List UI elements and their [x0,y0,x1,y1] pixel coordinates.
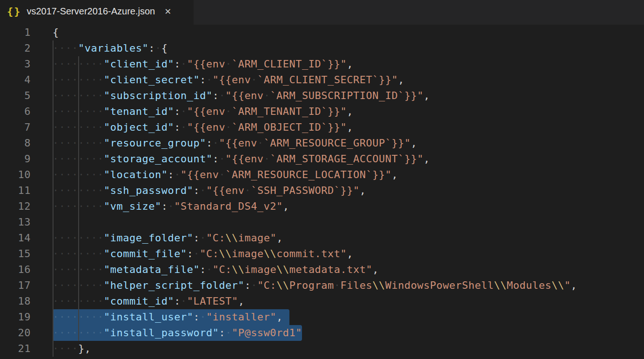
code-text: ········"commit_id":·"LATEST", [53,293,244,309]
line-number: 3 [0,56,31,72]
code-line[interactable]: 17········"helper_script_folder":·"C:\\P… [0,278,644,293]
line-number: 9 [0,151,31,167]
code-line[interactable]: 16········"metadata_file":·"C:\\image\\m… [0,262,644,278]
line-number: 14 [0,230,31,246]
line-number: 15 [0,246,31,262]
code-text: ········"storage_account":·"{{env·`ARM_S… [53,151,430,167]
tab-bar: {} vs2017-Server2016-Azure.json ✕ [0,0,644,25]
line-number: 5 [0,88,31,104]
line-number: 16 [0,262,31,278]
code-line[interactable]: 1{ [0,25,644,40]
line-number: 10 [0,167,31,183]
tab-close-icon[interactable]: ✕ [164,7,171,16]
code-line[interactable]: 7········"object_id":·"{{env·`ARM_OBJECT… [0,120,644,135]
code-line[interactable]: 3········"client_id":·"{{env·`ARM_CLIENT… [0,56,644,72]
line-number: 2 [0,40,31,56]
line-number: 11 [0,183,31,199]
code-text: ········"resource_group":·"{{env·`ARM_RE… [53,135,417,151]
line-number: 20 [0,325,31,341]
code-line[interactable]: 2····"variables":·{ [0,40,644,56]
vscode-window: {} vs2017-Server2016-Azure.json ✕ 1{2···… [0,0,644,359]
line-number: 4 [0,72,31,88]
code-line[interactable]: 21····}, [0,341,644,357]
code-text: ········"object_id":·"{{env·`ARM_OBJECT_… [53,120,353,135]
code-text: ········"image_folder":·"C:\\image", [53,230,283,246]
json-file-icon: {} [7,6,21,17]
code-text: ········"subscription_id":·"{{env·`ARM_S… [53,88,430,104]
code-editor[interactable]: 1{2····"variables":·{3········"client_id… [0,25,644,359]
line-number: 6 [0,104,31,120]
code-line[interactable]: 5········"subscription_id":·"{{env·`ARM_… [0,88,644,104]
code-line[interactable]: 10········"location":·"{{env·`ARM_RESOUR… [0,167,644,183]
code-line[interactable]: 15········"commit_file":·"C:\\image\\com… [0,246,644,262]
code-line[interactable]: 4········"client_secret":·"{{env·`ARM_CL… [0,72,644,88]
line-number: 12 [0,199,31,214]
line-number: 17 [0,278,31,293]
code-line[interactable]: 20········"install_password":·"P@ssw0rd1… [0,325,644,341]
code-line[interactable]: 14········"image_folder":·"C:\\image", [0,230,644,246]
tab-vs2017-server2016-azure[interactable]: {} vs2017-Server2016-Azure.json ✕ [0,0,194,25]
line-number: 8 [0,135,31,151]
line-number: 1 [0,25,31,40]
code-line[interactable]: 19········"install_user":·"installer", [0,309,644,325]
code-text: ········"tenant_id":·"{{env·`ARM_TENANT_… [53,104,353,120]
code-line[interactable]: 12········"vm_size":·"Standard_DS4_v2", [0,199,644,214]
code-line[interactable]: 18········"commit_id":·"LATEST", [0,293,644,309]
code-text: ········"install_user":·"installer", [53,309,283,325]
code-text: ········"metadata_file":·"C:\\image\\met… [53,262,379,278]
code-text: ········"vm_size":·"Standard_DS4_v2", [53,199,289,214]
code-line[interactable]: 13 [0,214,644,230]
tab-title: vs2017-Server2016-Azure.json [27,6,155,17]
code-line[interactable]: 8········"resource_group":·"{{env·`ARM_R… [0,135,644,151]
code-text: ········"client_secret":·"{{env·`ARM_CLI… [53,72,404,88]
line-number: 7 [0,120,31,135]
code-line[interactable]: 11········"ssh_password":·"{{env·`SSH_PA… [0,183,644,199]
code-text: ····}, [53,341,91,357]
code-line[interactable]: 9········"storage_account":·"{{env·`ARM_… [0,151,644,167]
code-text: ····"variables":·{ [53,40,168,56]
line-number: 19 [0,309,31,325]
line-number: 13 [0,214,31,230]
code-lines: 1{2····"variables":·{3········"client_id… [0,25,644,357]
code-text: ········"ssh_password":·"{{env·`SSH_PASS… [53,183,366,199]
code-text: ········"client_id":·"{{env·`ARM_CLIENT_… [53,56,353,72]
code-text: ········"commit_file":·"C:\\image\\commi… [53,246,353,262]
code-text: { [53,25,59,40]
line-number: 21 [0,341,31,357]
code-line[interactable]: 6········"tenant_id":·"{{env·`ARM_TENANT… [0,104,644,120]
line-number: 18 [0,293,31,309]
code-text: ········"helper_script_folder":·"C:\\Pro… [53,278,577,293]
code-text: ········"install_password":·"P@ssw0rd1" [53,325,302,341]
code-text: ········"location":·"{{env·`ARM_RESOURCE… [53,167,398,183]
